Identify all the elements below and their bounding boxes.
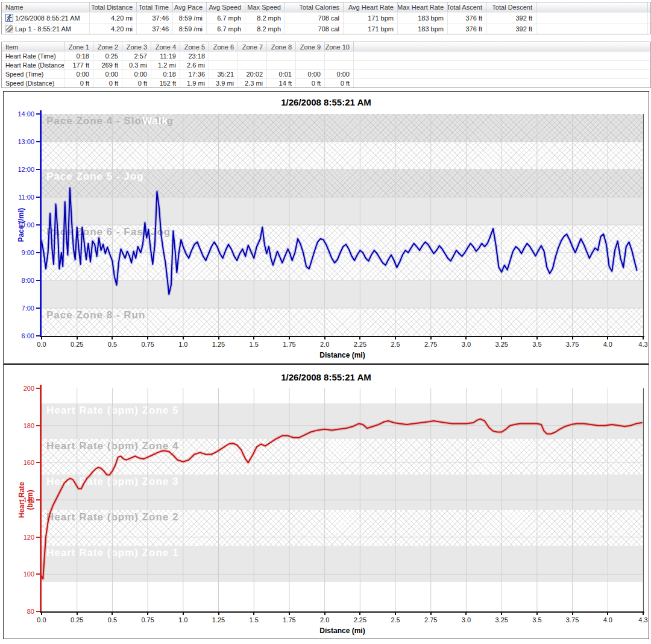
x-tick xyxy=(41,613,42,615)
summary-cell: 392 ft xyxy=(486,24,536,34)
x-tick xyxy=(183,613,184,615)
heart-rate-plot-area: Heart Rate (bpm) Zone 5Heart Rate (bpm) … xyxy=(42,388,643,611)
summary-col-header[interactable]: Total Ascent xyxy=(448,2,486,12)
summary-cell: 6.7 mph xyxy=(207,24,245,34)
heart-rate-line-halo xyxy=(42,419,642,579)
summary-table: NameTotal DistanceTotal TimeAvg PaceAvg … xyxy=(1,2,651,34)
zones-col-header[interactable]: Item xyxy=(2,42,64,51)
y-tick-label: 100 xyxy=(4,570,34,578)
x-tick-label: 0.25 xyxy=(65,341,89,348)
zones-col-header[interactable]: Zone 10 xyxy=(325,42,354,51)
x-tick-label: 0.5 xyxy=(100,616,124,623)
summary-header-filler xyxy=(536,2,648,12)
summary-col-header[interactable]: Avg Speed xyxy=(207,2,245,12)
plot-right-border xyxy=(643,388,644,611)
zones-col-header[interactable]: Zone 3 xyxy=(122,42,151,51)
summary-col-header[interactable]: Name xyxy=(2,2,90,12)
x-tick-label: 2.0 xyxy=(313,616,337,623)
zones-cell: 11:19 xyxy=(151,52,180,60)
x-tick xyxy=(183,337,184,339)
x-tick xyxy=(465,613,467,615)
zones-cell xyxy=(238,52,267,60)
activity-report-window: NameTotal DistanceTotal TimeAvg PaceAvg … xyxy=(0,0,651,644)
heart-rate-line xyxy=(42,419,642,579)
x-tick xyxy=(501,337,502,339)
x-tick xyxy=(289,613,290,615)
y-tick xyxy=(36,573,40,575)
y-tick xyxy=(36,308,40,309)
zones-row-filler xyxy=(354,79,650,87)
summary-row[interactable]: 1/26/2008 8:55:21 AM4.20 mi37:468:59 /mi… xyxy=(2,12,650,23)
zones-table: ItemZone 1Zone 2Zone 3Zone 4Zone 5Zone 6… xyxy=(1,42,651,88)
zones-col-header[interactable]: Zone 2 xyxy=(93,42,122,51)
summary-cell: 376 ft xyxy=(448,13,486,23)
zones-col-header[interactable]: Zone 8 xyxy=(267,42,296,51)
summary-cell: 4.20 mi xyxy=(90,24,137,34)
summary-col-header[interactable]: Total Calories xyxy=(285,2,344,12)
x-tick xyxy=(253,337,254,339)
summary-col-header[interactable]: Max Speed xyxy=(245,2,285,12)
zones-item-cell: Speed (Time) xyxy=(2,70,64,78)
zones-cell: 0 ft xyxy=(296,79,325,87)
zones-item-cell: Heart Rate (Distance) xyxy=(2,61,64,69)
summary-col-header[interactable]: Avg Heart Rate xyxy=(344,2,398,12)
x-tick xyxy=(395,337,396,339)
summary-col-header[interactable]: Avg Pace xyxy=(173,2,207,12)
summary-col-header[interactable]: Total Time xyxy=(137,2,173,12)
summary-cell: 183 bpm xyxy=(398,13,448,23)
zones-cell: 2.6 mi xyxy=(180,61,209,69)
x-tick-label: 1.75 xyxy=(277,616,301,623)
y-tick-label: 200 xyxy=(4,385,34,392)
x-tick-label: 2.0 xyxy=(313,341,337,348)
zones-cell: 2:57 xyxy=(122,52,151,60)
zones-cell: 0:00 xyxy=(93,70,122,78)
x-tick xyxy=(218,613,219,615)
zones-row[interactable]: Heart Rate (Distance)177 ft269 ft0.3 mi1… xyxy=(2,60,650,69)
zones-col-header[interactable]: Zone 6 xyxy=(209,42,238,51)
zones-cell xyxy=(325,52,354,60)
y-tick xyxy=(36,113,40,115)
x-tick xyxy=(218,337,219,339)
zones-cell xyxy=(238,61,267,69)
zones-cell: 23:18 xyxy=(180,52,209,60)
zones-col-header[interactable]: Zone 5 xyxy=(180,42,209,51)
x-tick xyxy=(147,613,148,615)
x-tick-label: 0.25 xyxy=(65,616,89,623)
x-tick-label: 2.75 xyxy=(419,616,443,623)
x-tick-label: 0.5 xyxy=(100,341,124,348)
zones-col-header[interactable]: Zone 4 xyxy=(151,42,180,51)
zones-cell xyxy=(209,61,238,69)
x-tick xyxy=(643,613,644,615)
y-tick xyxy=(36,224,40,226)
summary-row[interactable]: Lap 1 - 8:55:21 AM4.20 mi37:468:59 /mi6.… xyxy=(2,23,650,34)
x-tick-label: 2.5 xyxy=(383,616,407,623)
zones-col-header[interactable]: Zone 9 xyxy=(296,42,325,51)
x-tick-label: 3.0 xyxy=(454,341,478,348)
zones-cell: 177 ft xyxy=(64,61,93,69)
zones-item-cell: Heart Rate (Time) xyxy=(2,52,64,60)
summary-col-header[interactable]: Total Distance xyxy=(90,2,137,12)
zones-row[interactable]: Heart Rate (Time)0:180:252:5711:1923:18 xyxy=(2,51,650,60)
x-tick xyxy=(359,613,360,615)
zones-row[interactable]: Speed (Distance)0 ft0 ft0 ft152 ft1.9 mi… xyxy=(2,78,650,87)
summary-cell: 6.7 mph xyxy=(207,13,245,23)
zones-row[interactable]: Speed (Time)0:000:000:000:1817:3635:2120… xyxy=(2,69,650,78)
zones-row-filler xyxy=(354,52,650,60)
x-tick xyxy=(41,337,42,339)
zones-row-filler xyxy=(354,70,650,78)
zones-col-header[interactable]: Zone 7 xyxy=(238,42,267,51)
zones-col-header[interactable]: Zone 1 xyxy=(64,42,93,51)
x-tick-label: 0.75 xyxy=(136,341,160,348)
zones-cell: 0:18 xyxy=(64,52,93,60)
x-tick xyxy=(501,613,502,615)
x-tick-label: 1.5 xyxy=(242,341,266,348)
summary-col-header[interactable]: Total Descent xyxy=(486,2,536,12)
y-tick-label: 10:00 xyxy=(4,221,34,229)
x-tick-label: 3.75 xyxy=(561,341,585,348)
zones-cell: 1.2 mi xyxy=(151,61,180,69)
summary-col-header[interactable]: Max Heart Rate xyxy=(398,2,448,12)
plot-right-border xyxy=(643,114,644,336)
x-tick-label: 0.75 xyxy=(136,616,160,623)
pace-line-y-axis xyxy=(40,110,42,337)
x-tick xyxy=(465,337,467,339)
